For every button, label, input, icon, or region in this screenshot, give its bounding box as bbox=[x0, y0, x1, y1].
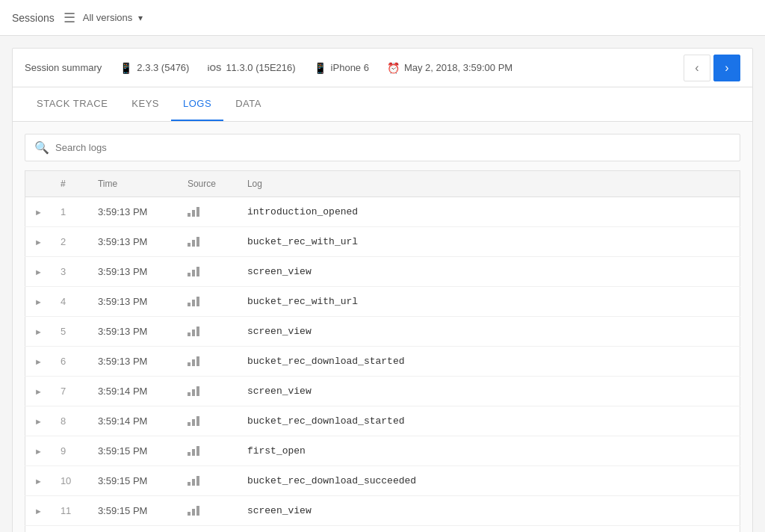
row-log-name: bucket_rec_with_url bbox=[238, 287, 740, 317]
row-log-name: introduction_opened bbox=[238, 197, 740, 227]
expand-row-icon[interactable]: ► bbox=[34, 417, 43, 426]
expand-row-icon[interactable]: ► bbox=[34, 477, 43, 486]
tab-stack-trace[interactable]: STACK TRACE bbox=[25, 87, 120, 121]
bar-chart-icon bbox=[188, 324, 199, 336]
row-number: 3 bbox=[52, 257, 89, 287]
table-row: ►33:59:13 PM screen_view bbox=[25, 257, 740, 287]
expand-row-icon[interactable]: ► bbox=[34, 297, 43, 306]
top-bar: Sessions ☰ All versions ▾ bbox=[0, 0, 765, 36]
row-time: 3:59:13 PM bbox=[89, 227, 179, 257]
row-source bbox=[179, 287, 238, 317]
row-source bbox=[179, 347, 238, 377]
timestamp-value: May 2, 2018, 3:59:00 PM bbox=[404, 62, 512, 73]
search-bar: 🔍 bbox=[25, 134, 740, 161]
bar-chart-icon bbox=[188, 265, 199, 276]
row-number: 2 bbox=[52, 227, 89, 257]
search-icon: 🔍 bbox=[34, 140, 49, 155]
row-source bbox=[179, 466, 238, 496]
expand-row-icon[interactable]: ► bbox=[34, 387, 43, 396]
expand-row-icon[interactable]: ► bbox=[34, 447, 43, 456]
row-number: 4 bbox=[52, 287, 89, 317]
row-log-name: bucket_rec_download_started bbox=[238, 406, 740, 436]
bar-chart-icon bbox=[188, 205, 199, 217]
expand-row-icon[interactable]: ► bbox=[34, 208, 43, 217]
table-row: ►43:59:13 PM bucket_rec_with_url bbox=[25, 287, 740, 317]
row-time: 3:59:14 PM bbox=[89, 377, 179, 406]
versions-dropdown[interactable]: All versions ▾ bbox=[83, 12, 146, 23]
session-summary-title: Session summary bbox=[25, 62, 102, 73]
row-source bbox=[179, 526, 238, 533]
ios-version-meta: iOS 11.3.0 (15E216) bbox=[207, 62, 295, 73]
row-time: 3:59:13 PM bbox=[89, 347, 179, 377]
row-time: 3:59:13 PM bbox=[89, 257, 179, 287]
row-log-name: screen_view bbox=[238, 257, 740, 287]
col-header-log: Log bbox=[238, 171, 740, 197]
versions-label: All versions bbox=[83, 12, 132, 23]
clock-icon: ⏰ bbox=[387, 62, 400, 74]
session-card: Session summary 📱 2.3.3 (5476) iOS 11.3.… bbox=[12, 48, 753, 532]
session-nav: ‹ › bbox=[684, 55, 740, 81]
row-number: 12 bbox=[52, 526, 89, 533]
row-time: 3:59:15 PM bbox=[89, 526, 179, 533]
row-time: 3:59:13 PM bbox=[89, 287, 179, 317]
row-log-name: bucket_rec_download_failed bbox=[238, 526, 740, 533]
next-session-button[interactable]: › bbox=[713, 55, 740, 81]
row-log-name: screen_view bbox=[238, 496, 740, 526]
col-header-num: # bbox=[52, 171, 89, 197]
row-source bbox=[179, 257, 238, 287]
row-source bbox=[179, 317, 238, 347]
logs-panel: 🔍 # Time Source Log ►13:59:13 PM introdu bbox=[13, 122, 752, 532]
row-log-name: screen_view bbox=[238, 377, 740, 406]
col-header-expand bbox=[25, 171, 52, 197]
bar-chart-icon bbox=[188, 474, 199, 486]
prev-session-button[interactable]: ‹ bbox=[684, 55, 710, 81]
row-log-name: bucket_rec_download_succeeded bbox=[238, 466, 740, 496]
row-number: 7 bbox=[52, 377, 89, 406]
expand-row-icon[interactable]: ► bbox=[34, 507, 43, 516]
table-row: ►63:59:13 PM bucket_rec_download_started bbox=[25, 347, 740, 377]
table-row: ►103:59:15 PM bucket_rec_download_succee… bbox=[25, 466, 740, 496]
row-source bbox=[179, 406, 238, 436]
tab-logs[interactable]: LOGS bbox=[171, 87, 223, 121]
chevron-down-icon: ▾ bbox=[138, 13, 143, 23]
row-number: 1 bbox=[52, 197, 89, 227]
expand-row-icon[interactable]: ► bbox=[34, 267, 43, 276]
ios-icon: iOS bbox=[207, 64, 221, 72]
bar-chart-icon bbox=[188, 384, 199, 396]
logs-table: # Time Source Log ►13:59:13 PM introduct… bbox=[25, 170, 740, 532]
bar-chart-icon bbox=[188, 504, 199, 516]
row-number: 9 bbox=[52, 436, 89, 466]
expand-row-icon[interactable]: ► bbox=[34, 357, 43, 366]
table-row: ►113:59:15 PM screen_view bbox=[25, 496, 740, 526]
search-input[interactable] bbox=[55, 142, 731, 153]
row-number: 6 bbox=[52, 347, 89, 377]
app-version-meta: 📱 2.3.3 (5476) bbox=[120, 62, 189, 74]
expand-row-icon[interactable]: ► bbox=[34, 327, 43, 336]
app-version-value: 2.3.3 (5476) bbox=[137, 62, 189, 73]
bar-chart-icon bbox=[188, 444, 199, 456]
phone-icon: 📱 bbox=[314, 62, 326, 74]
device-value: iPhone 6 bbox=[331, 62, 369, 73]
row-log-name: bucket_rec_download_started bbox=[238, 347, 740, 377]
filter-icon[interactable]: ☰ bbox=[64, 10, 75, 26]
bar-chart-icon bbox=[188, 354, 199, 366]
table-header-row: # Time Source Log bbox=[25, 171, 740, 197]
device-meta: 📱 iPhone 6 bbox=[314, 62, 369, 74]
tab-data[interactable]: DATA bbox=[223, 87, 273, 121]
ios-version-value: 11.3.0 (15E216) bbox=[226, 62, 295, 73]
row-source bbox=[179, 377, 238, 406]
row-number: 10 bbox=[52, 466, 89, 496]
timestamp-meta: ⏰ May 2, 2018, 3:59:00 PM bbox=[387, 62, 512, 74]
row-time: 3:59:13 PM bbox=[89, 317, 179, 347]
table-row: ►73:59:14 PM screen_view bbox=[25, 377, 740, 406]
col-header-source: Source bbox=[179, 171, 238, 197]
row-log-name: first_open bbox=[238, 436, 740, 466]
tab-keys[interactable]: KEYS bbox=[120, 87, 171, 121]
row-source bbox=[179, 436, 238, 466]
row-time: 3:59:15 PM bbox=[89, 436, 179, 466]
table-row: ►13:59:13 PM introduction_opened bbox=[25, 197, 740, 227]
table-row: ►123:59:15 PM bucket_rec_download_failed bbox=[25, 526, 740, 533]
row-number: 8 bbox=[52, 406, 89, 436]
expand-row-icon[interactable]: ► bbox=[34, 238, 43, 247]
row-log-name: screen_view bbox=[238, 317, 740, 347]
